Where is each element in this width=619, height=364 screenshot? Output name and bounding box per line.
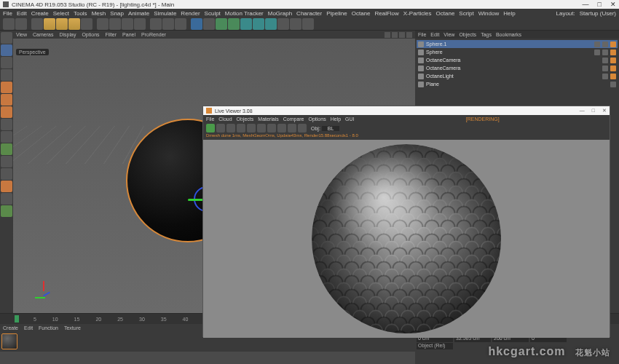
scale-tool[interactable] <box>56 18 68 30</box>
vp-nav-3[interactable] <box>399 32 405 38</box>
camera-button[interactable] <box>253 18 264 30</box>
menu-octane2[interactable]: Octane <box>436 10 455 17</box>
lv-menu-cloud[interactable]: Cloud <box>218 116 232 122</box>
octane-button[interactable] <box>277 18 289 30</box>
menu-character[interactable]: Character <box>296 10 322 17</box>
menu-file[interactable]: File <box>3 10 12 17</box>
vp-nav-1[interactable] <box>385 32 390 38</box>
rotate-tool[interactable] <box>68 18 80 30</box>
lv-start-render-button[interactable] <box>206 124 215 132</box>
lv-pick-button[interactable] <box>288 124 296 132</box>
primitive-button[interactable] <box>191 18 202 30</box>
coord-system-button[interactable] <box>134 18 146 30</box>
render-settings-button[interactable] <box>175 18 186 30</box>
minimize-button[interactable]: — <box>583 1 589 8</box>
menu-motion-tracker[interactable]: Motion Tracker <box>225 10 264 17</box>
vp-nav-4[interactable] <box>406 32 412 38</box>
maximize-button[interactable]: □ <box>598 1 602 8</box>
lv-menu-materials[interactable]: Materials <box>258 116 278 122</box>
vp-menu-display[interactable]: Display <box>59 32 76 37</box>
menu-mesh[interactable]: Mesh <box>92 10 106 17</box>
planar-workplane[interactable] <box>1 168 12 180</box>
vis-tag[interactable] <box>602 74 608 79</box>
om-menu-edit[interactable]: Edit <box>430 32 439 37</box>
menu-select[interactable]: Select <box>53 10 69 17</box>
menu-snap[interactable]: Snap <box>110 10 124 17</box>
attr-object-rel[interactable]: Object (Rel) <box>417 343 453 349</box>
menu-render[interactable]: Render <box>181 10 200 17</box>
render-view-button[interactable] <box>150 18 162 30</box>
polygon-mode[interactable] <box>1 106 12 118</box>
material-swatch[interactable] <box>1 333 17 349</box>
vp-menu-prorender[interactable]: ProRender <box>141 32 166 37</box>
menu-mograph[interactable]: MoGraph <box>268 10 292 17</box>
lv-maximize-button[interactable]: □ <box>592 108 595 114</box>
edge-mode[interactable] <box>1 94 12 106</box>
lv-lock-button[interactable] <box>257 124 266 132</box>
light-button[interactable] <box>265 18 277 30</box>
vp-menu-options[interactable]: Options <box>82 32 99 37</box>
deformer-button[interactable] <box>228 18 240 30</box>
menu-octane[interactable]: Octane <box>352 10 371 17</box>
lv-menu-gui[interactable]: GUI <box>345 116 354 122</box>
spline-button[interactable] <box>203 18 215 30</box>
vis-tag[interactable] <box>602 66 608 71</box>
om-menu-tags[interactable]: Tags <box>481 32 492 37</box>
menu-help[interactable]: Help <box>503 10 515 17</box>
live-viewer-titlebar[interactable]: Live Viewer 3.08 — □ ✕ <box>203 106 610 115</box>
om-menu-view[interactable]: View <box>443 32 454 37</box>
live-viewer-window[interactable]: Live Viewer 3.08 — □ ✕ File Cloud Object… <box>202 106 610 337</box>
lv-menu-options[interactable]: Options <box>309 116 326 122</box>
object-item-plane[interactable]: Plane <box>417 80 618 88</box>
menu-edit[interactable]: Edit <box>17 10 27 17</box>
extra-mode-1[interactable] <box>1 181 12 192</box>
lv-settings-button[interactable] <box>247 124 256 132</box>
redo-button[interactable] <box>15 18 27 30</box>
select-tool[interactable] <box>31 18 43 30</box>
menu-realflow[interactable]: RealFlow <box>375 10 399 17</box>
menu-window[interactable]: Window <box>478 10 499 17</box>
object-item-sphere1[interactable]: Sphere.1 <box>417 40 618 48</box>
vis-tag[interactable] <box>602 58 608 63</box>
last-tool[interactable] <box>81 18 92 30</box>
object-item-sphere[interactable]: Sphere <box>417 48 618 56</box>
plugin-btn-2[interactable] <box>302 18 314 30</box>
vp-nav-2[interactable] <box>392 32 398 38</box>
menu-simulate[interactable]: Simulate <box>154 10 176 17</box>
lv-focus-button[interactable] <box>298 124 307 132</box>
vis-tag[interactable] <box>594 50 600 55</box>
lv-region-button[interactable] <box>277 124 286 132</box>
lv-restart-button[interactable] <box>216 124 225 132</box>
om-menu-bookmarks[interactable]: Bookmarks <box>496 32 521 37</box>
extra-mode-3[interactable] <box>1 205 12 217</box>
mat-menu-create[interactable]: Create <box>3 325 18 331</box>
octane-tag[interactable] <box>610 66 616 71</box>
vp-menu-view[interactable]: View <box>16 32 27 37</box>
menu-xparticles[interactable]: X-Particles <box>403 10 432 17</box>
move-tool[interactable] <box>44 18 55 30</box>
om-menu-objects[interactable]: Objects <box>459 32 476 37</box>
lv-close-button[interactable]: ✕ <box>602 108 607 114</box>
vp-menu-panel[interactable]: Panel <box>122 32 135 37</box>
lv-stop-button[interactable] <box>237 124 245 132</box>
mat-menu-function[interactable]: Function <box>39 325 58 331</box>
x-axis-button[interactable] <box>97 18 109 30</box>
object-item-light[interactable]: OctaneLight <box>417 72 618 80</box>
object-item-camera2[interactable]: OctaneCamera <box>417 64 618 72</box>
octane-tag[interactable] <box>610 74 616 79</box>
octane-tag[interactable] <box>610 50 616 55</box>
layout-dropdown[interactable]: Startup (User) <box>580 10 616 17</box>
om-menu-file[interactable]: File <box>418 32 426 37</box>
live-viewer-canvas[interactable] <box>203 140 610 338</box>
undo-button[interactable] <box>3 18 15 30</box>
mat-menu-texture[interactable]: Texture <box>64 325 81 331</box>
plugin-btn-1[interactable] <box>290 18 301 30</box>
lv-minimize-button[interactable]: — <box>580 108 585 114</box>
lv-menu-help[interactable]: Help <box>331 116 341 122</box>
menu-tools[interactable]: Tools <box>74 10 87 17</box>
viewport-solo[interactable] <box>1 131 12 143</box>
octane-tag[interactable] <box>610 58 616 63</box>
menu-sculpt[interactable]: Sculpt <box>205 10 221 17</box>
octane-tag[interactable] <box>610 41 616 47</box>
point-mode[interactable] <box>1 82 12 93</box>
